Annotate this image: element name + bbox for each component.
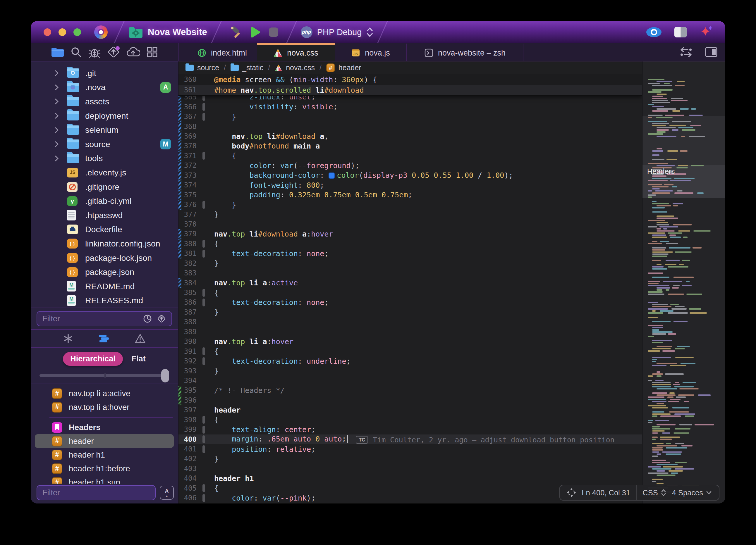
tree-item-README.md[interactable]: MREADME.md [31, 279, 178, 293]
fold-ribbon[interactable] [202, 435, 205, 443]
hierarchical-toggle[interactable]: Hierarchical [63, 352, 123, 366]
code-line-360[interactable]: 360@media screen && (min-width: 360px) { [178, 74, 642, 85]
code-line-369[interactable]: 369 nav.top li#download a, [178, 131, 642, 141]
code-line-379[interactable]: 379nav.top li#download a:hover [178, 229, 642, 239]
tree-item-deployment[interactable]: deployment [31, 109, 178, 123]
tree-item-.htpasswd[interactable]: .htpasswd [31, 208, 178, 223]
symbol-item-Headers[interactable]: Headers [35, 420, 174, 434]
code-line-382[interactable]: 382} [178, 259, 642, 268]
fold-ribbon[interactable] [202, 347, 205, 355]
cloud-sidebar-button[interactable] [126, 47, 140, 57]
fold-ribbon[interactable] [202, 96, 205, 101]
tree-item-.gitignore[interactable]: .gitignore [31, 180, 178, 194]
jump-pair-button[interactable] [680, 47, 693, 57]
tree-item-package-lock.json[interactable]: { }package-lock.json [31, 251, 178, 265]
code-line-375[interactable]: 375 padding: 0.325em 0.75em 0.5em 0.75em… [178, 190, 642, 200]
code-line-400[interactable]: 400 margin: .65em auto 0 auto;TCTim Coul… [178, 434, 642, 444]
fold-ribbon[interactable] [202, 152, 205, 160]
files-sidebar-button[interactable] [51, 47, 64, 57]
code-line-371[interactable]: 371 { [178, 151, 642, 161]
code-line-381[interactable]: 381 text-decoration: none; [178, 249, 642, 259]
code-line-386[interactable]: 386 text-decoration: none; [178, 297, 642, 307]
fold-ribbon[interactable] [202, 298, 205, 306]
tree-item-Dockerfile[interactable]: Dockerfile [31, 223, 178, 237]
zoom-button[interactable] [73, 28, 81, 36]
code-line-391[interactable]: 391{ [178, 346, 642, 356]
code-line-402[interactable]: 402} [178, 454, 642, 464]
code-line-396[interactable]: 396 [178, 395, 642, 405]
task-selector[interactable]: php PHP Debug [301, 26, 374, 38]
code-line-399[interactable]: 399 text-align: center; [178, 424, 642, 434]
breadcrumb-item-_static[interactable]: _static [231, 63, 263, 72]
code-line-397[interactable]: 397header [178, 405, 642, 415]
symbols-depth-slider[interactable] [39, 367, 169, 384]
code-line-383[interactable]: 383 [178, 268, 642, 278]
assistant-button[interactable] [700, 25, 714, 39]
scope-diamond-icon[interactable] [157, 314, 166, 323]
split-editor-button[interactable] [705, 47, 718, 57]
code-line-374[interactable]: 374 font-weight: 800; [178, 181, 642, 190]
fold-ribbon[interactable] [202, 494, 205, 502]
search-sidebar-button[interactable] [71, 47, 82, 58]
tab-index.html[interactable]: index.html [187, 43, 257, 61]
code-line-370[interactable]: 370 body#notfound main a [178, 141, 642, 151]
code-line-389[interactable]: 389 [178, 327, 642, 336]
symbol-item-nav.top li a:hover[interactable]: #nav.top li a:hover [35, 400, 174, 414]
code-line-387[interactable]: 387} [178, 307, 642, 317]
fold-ribbon[interactable] [202, 357, 205, 365]
stop-button[interactable] [268, 27, 279, 37]
tree-item-selenium[interactable]: selenium [31, 123, 178, 137]
minimap[interactable]: Headers [642, 61, 725, 503]
fold-ribbon[interactable] [202, 103, 205, 111]
code-line-380[interactable]: 380{ [178, 239, 642, 249]
chevron-right-icon[interactable] [53, 99, 59, 105]
styles-symbols-button[interactable] [98, 333, 109, 343]
warnings-symbols-button[interactable] [135, 333, 146, 343]
tree-item-.nova[interactable]: .novaA [31, 80, 178, 95]
symbol-item-header[interactable]: #header [35, 434, 174, 448]
color-swatch[interactable] [329, 173, 335, 179]
breadcrumb-item-source[interactable]: source [185, 63, 219, 72]
code-line-401[interactable]: 401 position: relative; [178, 444, 642, 454]
code-line-385[interactable]: 385{ [178, 288, 642, 297]
code-line-372[interactable]: 372 color: var(--foreground); [178, 161, 642, 171]
code-line-403[interactable]: 403 [178, 464, 642, 473]
code-line-388[interactable]: 388 [178, 317, 642, 327]
tree-item-.git[interactable]: .git [31, 66, 178, 80]
tree-item-RELEASES.md[interactable]: MRELEASES.md [31, 293, 178, 308]
recent-clock-icon[interactable] [143, 314, 152, 323]
code-line-366[interactable]: 366 visibility: visible; [178, 102, 642, 112]
chevron-right-icon[interactable] [53, 141, 59, 147]
layout-button[interactable] [674, 27, 687, 37]
chevron-right-icon[interactable] [53, 70, 59, 76]
sticky-context-lines[interactable]: 360@media screen && (min-width: 360px) {… [178, 74, 642, 96]
tab-nova.js[interactable]: JSnova.js [335, 43, 406, 61]
code-line-395[interactable]: 395/* !- Headers */ [178, 386, 642, 395]
fold-ribbon[interactable] [202, 250, 205, 258]
tree-item-.eleventy.js[interactable]: JS.eleventy.js [31, 166, 178, 180]
code-line-392[interactable]: 392 text-decoration: underline; [178, 356, 642, 366]
tree-item-linkinator.config.json[interactable]: { }linkinator.config.json [31, 237, 178, 251]
symbols-filter-input[interactable]: Filter [37, 311, 172, 326]
code-line-377[interactable]: 377} [178, 210, 642, 219]
fold-ribbon[interactable] [202, 113, 205, 121]
code-line-398[interactable]: 398{ [178, 415, 642, 424]
build-button[interactable] [229, 25, 243, 39]
fold-ribbon[interactable] [202, 445, 205, 453]
indentation-selector[interactable]: 4 Spaces [672, 489, 712, 497]
code-line-368[interactable]: 368 [178, 122, 642, 131]
tree-item-assets[interactable]: assets [31, 94, 178, 109]
tree-item-package.json[interactable]: { }package.json [31, 265, 178, 279]
run-button[interactable] [250, 26, 261, 38]
code-line-361[interactable]: 361#home nav.top.scrolled li#download [178, 85, 642, 95]
symbol-item-nav.top li a:active[interactable]: #nav.top li a:active [35, 386, 174, 400]
code-line-373[interactable]: 373 background-color: color(display-p3 0… [178, 171, 642, 180]
tab-nova.css[interactable]: nova.css [257, 43, 335, 61]
fold-ribbon[interactable] [202, 416, 205, 424]
symbol-item-header h1[interactable]: #header h1 [35, 448, 174, 462]
symbol-item-header h1:before[interactable]: #header h1:before [35, 462, 174, 475]
code-line-384[interactable]: 384nav.top li a:active [178, 278, 642, 288]
tree-item-.gitlab-ci.yml[interactable]: y.gitlab-ci.yml [31, 194, 178, 208]
minimize-button[interactable] [59, 28, 66, 36]
tree-item-tools[interactable]: tools [31, 152, 178, 166]
